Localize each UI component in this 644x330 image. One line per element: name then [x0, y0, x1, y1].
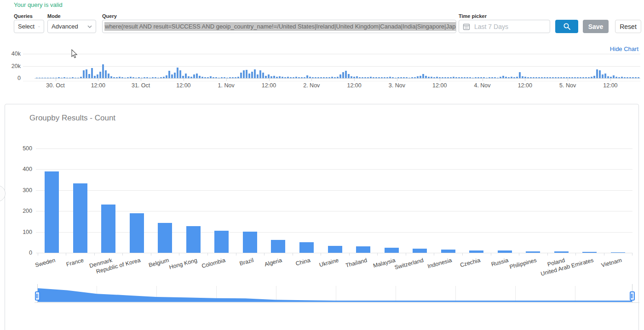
timeline-bar — [588, 77, 590, 78]
brush-handle-right[interactable] — [630, 291, 635, 301]
timeline-bar — [502, 76, 504, 78]
timeline-bar — [309, 77, 311, 78]
timeline-bar — [638, 77, 639, 78]
timeline-bar — [580, 77, 581, 78]
bar — [101, 205, 115, 253]
timeline-bar — [248, 74, 250, 78]
timeline-bar — [627, 77, 628, 78]
brush-area-chart[interactable] — [34, 284, 635, 307]
timeline-bar — [337, 77, 339, 78]
bar — [356, 246, 370, 253]
y-tick-label: 300 — [14, 187, 32, 193]
timeline-bar — [599, 70, 601, 78]
timeline-bar — [508, 77, 510, 78]
timeline-y-tick-label: 0 — [6, 75, 21, 81]
chart-gridline — [36, 190, 632, 191]
timeline-bar — [560, 77, 562, 78]
timeline-bar — [546, 77, 548, 78]
timeline-bar — [207, 77, 209, 78]
timeline-bar — [577, 77, 579, 78]
timeline-bar — [618, 77, 620, 78]
timeline-bar — [138, 77, 140, 78]
timeline-bar — [130, 77, 132, 78]
timeline-bar — [119, 77, 121, 78]
timeline-bar — [157, 78, 159, 78]
timeline-bar — [254, 69, 256, 79]
timeline-bar — [632, 77, 634, 78]
y-tick-label: 0 — [14, 250, 32, 256]
timeline-bar — [201, 77, 203, 78]
timeline-bar — [422, 74, 424, 78]
bar — [271, 240, 285, 253]
brush-handle-left[interactable] — [35, 291, 40, 301]
chart-range-brush[interactable] — [0, 281, 644, 309]
timeline-x-tick-label: 3. Nov — [389, 82, 405, 89]
timeline-bar — [475, 77, 477, 78]
country-label: Philippines — [509, 257, 537, 270]
timeline-x-tick — [397, 79, 397, 81]
timeline-bar — [91, 68, 93, 78]
timeline-bar — [464, 77, 466, 78]
timeline-bar — [477, 77, 479, 78]
timeline-x-tick-label: 12:00 — [262, 82, 276, 89]
timeline-bar — [397, 77, 399, 78]
timeline-axis-line — [34, 78, 640, 79]
timeline-bar — [55, 78, 57, 78]
timeline-bar — [400, 77, 402, 78]
y-tick-label: 200 — [14, 208, 32, 214]
timeline-bar — [41, 78, 43, 78]
country-label: Hong Kong — [168, 257, 198, 271]
bar — [469, 250, 483, 253]
timeline-bar — [524, 77, 526, 78]
timeline-bar — [582, 77, 584, 78]
bar — [328, 246, 342, 253]
timeline-bar — [174, 73, 176, 78]
timeline-bar — [491, 77, 493, 78]
timeline-bar — [436, 77, 438, 78]
timeline-bar — [389, 77, 391, 78]
timeline-bar — [533, 77, 535, 78]
timeline-bar — [563, 77, 565, 78]
timeline-x-tick-label: 12:00 — [432, 82, 447, 89]
timeline-x-tick-label: 31. Oct — [132, 82, 150, 89]
x-axis-tick — [122, 253, 123, 256]
app-root: Your query is valid Queries Mode Query T… — [0, 0, 644, 330]
timeline-bar — [80, 77, 82, 78]
timeline-bar — [116, 77, 118, 78]
timeline-bar — [604, 74, 606, 78]
x-axis-tick — [179, 253, 179, 256]
timeline-bar — [483, 77, 485, 78]
timeline-bar — [144, 77, 145, 78]
timeline-bar — [108, 74, 109, 78]
x-axis-tick — [38, 253, 38, 256]
timeline-gridline — [23, 66, 640, 67]
brush-area — [37, 288, 632, 302]
timeline-bar — [516, 77, 518, 78]
y-tick-label: 400 — [14, 166, 32, 172]
timeline-bar — [196, 74, 198, 78]
x-axis-tick — [604, 253, 604, 256]
x-axis-tick — [519, 253, 519, 256]
timeline-bar — [417, 76, 419, 78]
timeline-bar — [63, 77, 65, 78]
timeline-bar — [199, 76, 201, 78]
timeline-bar — [94, 76, 96, 78]
timeline-x-tick — [354, 79, 355, 81]
timeline-bar — [593, 76, 595, 78]
x-axis-tick — [462, 253, 463, 256]
timeline-bar — [552, 77, 554, 78]
timeline-bar — [362, 77, 363, 78]
timeline-bar — [50, 78, 52, 78]
timeline-bar — [453, 77, 454, 78]
y-tick-label: 500 — [14, 145, 32, 152]
timeline-bar — [326, 77, 328, 78]
mouse-cursor — [71, 49, 78, 58]
timeline-bar — [163, 77, 165, 78]
timeline-bar — [251, 72, 253, 78]
timeline-bar — [425, 76, 427, 78]
timeline-bar — [304, 77, 305, 78]
timeline-bar — [279, 76, 281, 78]
country-label: Colombia — [201, 257, 226, 269]
timeline-bar — [541, 77, 543, 78]
bar — [582, 252, 597, 253]
